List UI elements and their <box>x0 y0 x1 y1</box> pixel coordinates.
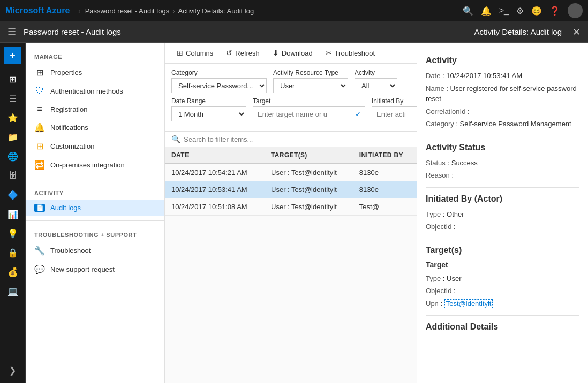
resource-type-label: Activity Resource Type <box>273 69 348 76</box>
target-filter-label: Target <box>253 97 365 105</box>
content-area: ⊞ Columns ↺ Refresh ⬇ Download ✂ Trouble… <box>165 43 417 383</box>
filters: Category Self-service Password... Activi… <box>165 64 417 132</box>
table-row[interactable]: 10/24/2017 10:53:41 AM User : Test@ident… <box>165 181 417 198</box>
troubleshoot-label: Troubleshoot <box>50 247 91 255</box>
sidebar-divider-2 <box>26 220 164 221</box>
sidebar-item-troubleshoot[interactable]: 🔧 Troubleshoot <box>26 241 164 260</box>
table-row[interactable]: 10/24/2017 10:51:08 AM User : Test@ident… <box>165 198 417 216</box>
sidebar-item-support[interactable]: 💬 New support request <box>26 260 164 279</box>
smiley-icon[interactable]: 😊 <box>531 6 542 16</box>
breadcrumb-item-1[interactable]: Password reset - Audit logs <box>85 7 170 15</box>
breadcrumb-sep2: › <box>172 7 175 15</box>
advisor-icon[interactable]: 💡 <box>4 225 21 242</box>
detail-actor-type: Type : Other <box>426 209 579 220</box>
resource-groups-icon[interactable]: 📁 <box>4 128 21 145</box>
registration-label: Registration <box>50 105 87 113</box>
cell-date: 10/24/2017 10:53:41 AM <box>165 181 265 198</box>
security-icon[interactable]: 🔒 <box>4 244 21 261</box>
cloud-shell-icon[interactable]: >_ <box>499 6 509 16</box>
category-label: Category <box>171 69 267 76</box>
upn-link[interactable]: Test@identityit <box>444 299 493 308</box>
target-input[interactable] <box>253 107 352 121</box>
category-select[interactable]: Self-service Password... <box>171 78 267 93</box>
cell-targets: User : Test@identityit <box>265 198 353 216</box>
search-input[interactable] <box>184 135 410 143</box>
sidebar-item-notifications[interactable]: 🔔 Notifications <box>26 118 164 137</box>
sidebar-item-customization[interactable]: ⊞ Customization <box>26 137 164 156</box>
second-bar: ☰ Password reset - Audit logs Activity D… <box>0 21 588 43</box>
target-sub-heading: Target <box>426 261 579 269</box>
initiated-by-input[interactable] <box>372 106 417 121</box>
auth-methods-label: Authentication methods <box>50 87 123 95</box>
azure-ad-icon[interactable]: 🔷 <box>4 186 21 203</box>
properties-label: Properties <box>50 68 82 76</box>
sidebar-item-auth-methods[interactable]: 🛡 Authentication methods <box>26 82 164 100</box>
create-resource-button[interactable]: + <box>4 47 21 64</box>
date-range-select[interactable]: 1 Month <box>171 106 246 121</box>
close-panel-button[interactable]: ✕ <box>572 26 581 38</box>
detail-upn: Upn : Test@identityit <box>426 298 579 309</box>
breadcrumb-item-2[interactable]: Activity Details: Audit log <box>178 7 254 15</box>
sidebar-item-on-premises[interactable]: 🔁 On-premises integration <box>26 156 164 174</box>
app-services-icon[interactable]: 🌐 <box>4 148 21 165</box>
breadcrumb: Password reset - Audit logs › Activity D… <box>85 7 254 15</box>
cell-date: 10/24/2017 10:51:08 AM <box>165 198 265 216</box>
main-layout: + ⊞ ☰ ⭐ 📁 🌐 🗄 🔷 📊 💡 🔒 💰 💻 ❯ MANAGE ⊞ Pro… <box>0 43 588 383</box>
notifications-icon[interactable]: 🔔 <box>481 6 492 16</box>
initiated-section-heading: Initiated By (Actor) <box>426 194 579 204</box>
sidebar-item-audit-logs[interactable]: 📄 Audit logs <box>26 200 164 216</box>
expand-icon[interactable]: ❯ <box>4 362 21 379</box>
virtual-machines-icon[interactable]: 💻 <box>4 282 21 300</box>
download-button[interactable]: ⬇ Download <box>267 46 318 60</box>
activity-select[interactable]: All <box>355 78 397 93</box>
target-filter: Target ✓ <box>253 97 365 121</box>
additional-section-heading: Additional Details <box>426 322 579 332</box>
auth-methods-icon: 🛡 <box>34 86 45 96</box>
refresh-icon: ↺ <box>226 49 232 57</box>
sql-icon[interactable]: 🗄 <box>4 167 21 184</box>
customization-icon: ⊞ <box>34 141 45 151</box>
audit-logs-icon: 📄 <box>34 204 45 212</box>
resource-type-select[interactable]: User <box>273 78 348 93</box>
top-icons: 🔍 🔔 >_ ⚙ 😊 ❓ <box>463 3 583 18</box>
sidebar: MANAGE ⊞ Properties 🛡 Authentication met… <box>26 43 165 383</box>
all-services-icon[interactable]: ☰ <box>4 90 21 107</box>
initiated-by-label: Initiated By <box>372 97 417 105</box>
cell-initiated: Test@ <box>353 198 417 216</box>
filter-row-1: Category Self-service Password... Activi… <box>171 69 410 93</box>
customization-label: Customization <box>50 142 94 150</box>
table-wrap: DATE TARGET(S) INITIATED BY 10/24/2017 1… <box>165 147 417 383</box>
table-row[interactable]: 10/24/2017 10:54:21 AM User : Test@ident… <box>165 164 417 181</box>
troubleshoot-toolbar-icon: ✂ <box>326 49 332 57</box>
table-header-row: DATE TARGET(S) INITIATED BY <box>165 147 417 164</box>
help-icon[interactable]: ❓ <box>549 6 560 16</box>
sidebar-item-properties[interactable]: ⊞ Properties <box>26 63 164 82</box>
on-premises-icon: 🔁 <box>34 160 45 170</box>
resource-type-filter: Activity Resource Type User <box>273 69 348 93</box>
monitor-icon[interactable]: 📊 <box>4 205 21 223</box>
dashboard-icon[interactable]: ⊞ <box>4 71 21 88</box>
search-icon[interactable]: 🔍 <box>463 6 473 16</box>
avatar[interactable] <box>568 3 583 18</box>
detail-category: Category : Self-service Password Managem… <box>426 119 579 129</box>
detail-name: Name : User registered for self-service … <box>426 83 579 104</box>
audit-logs-label: Audit logs <box>50 204 81 212</box>
troubleshoot-toolbar-button[interactable]: ✂ Troubleshoot <box>320 46 380 60</box>
cell-date: 10/24/2017 10:54:21 AM <box>165 164 265 181</box>
cell-targets: User : Test@identityit <box>265 181 353 198</box>
columns-button[interactable]: ⊞ Columns <box>171 46 218 60</box>
favorites-icon[interactable]: ⭐ <box>4 109 21 126</box>
cost-icon[interactable]: 💰 <box>4 263 21 280</box>
date-range-label: Date Range <box>171 97 246 105</box>
category-filter: Category Self-service Password... <box>171 69 267 93</box>
targets-section-heading: Target(s) <box>426 246 579 255</box>
hamburger-menu[interactable]: ☰ <box>7 26 16 38</box>
sidebar-item-registration[interactable]: ≡ Registration <box>26 100 164 118</box>
detail-status: Status : Success <box>426 158 579 168</box>
activity-filter: Activity All <box>355 69 397 93</box>
settings-icon[interactable]: ⚙ <box>516 6 524 16</box>
detail-target-objectid: ObjectId : <box>426 286 579 296</box>
refresh-button[interactable]: ↺ Refresh <box>221 46 265 60</box>
properties-icon: ⊞ <box>34 67 45 78</box>
toolbar: ⊞ Columns ↺ Refresh ⬇ Download ✂ Trouble… <box>165 43 417 64</box>
